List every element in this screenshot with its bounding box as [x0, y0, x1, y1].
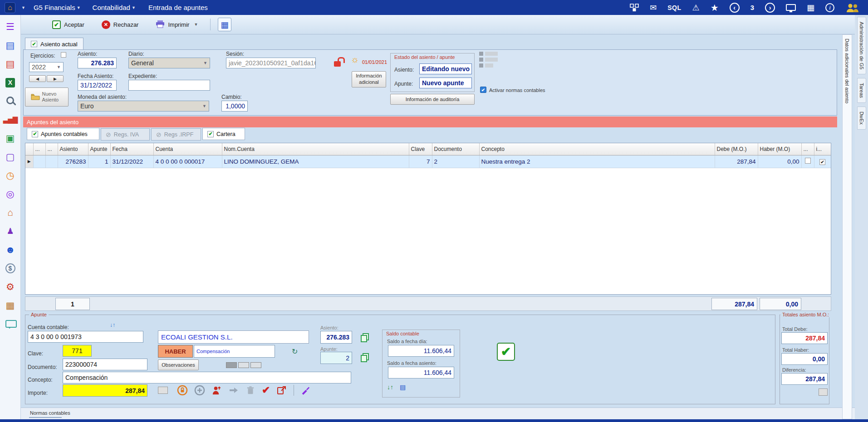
arrow-right-icon[interactable]	[228, 385, 239, 396]
expediente-input[interactable]	[128, 80, 210, 91]
cell-documento[interactable]: 2	[432, 155, 479, 168]
app-menu[interactable]: G5 Financials▼	[30, 4, 84, 11]
cell-apunte[interactable]: 1	[88, 155, 110, 168]
print-button[interactable]: Imprimir ▼	[151, 17, 203, 32]
excel-icon[interactable]: X	[4, 76, 17, 89]
module-menu[interactable]: Contabilidad▼	[89, 4, 139, 11]
nuevo-asiento-button[interactable]: Nuevo Asiento	[25, 87, 69, 107]
settings-gears-icon[interactable]: ⚙	[4, 281, 17, 293]
users-icon[interactable]	[845, 3, 859, 13]
grid-view-icon[interactable]: ▦	[807, 3, 814, 13]
bank-icon[interactable]: ⌂	[4, 206, 17, 219]
ejercicio-next-button[interactable]: ▶	[47, 75, 64, 82]
concepto-input[interactable]: Compensación	[63, 372, 351, 383]
col-i[interactable]: i...	[814, 143, 831, 155]
importe-input[interactable]: 287,84	[63, 384, 147, 397]
search-icon[interactable]	[4, 95, 17, 107]
col-dots3[interactable]: ...	[801, 143, 814, 155]
confirm-check-icon[interactable]: ✔	[262, 384, 270, 396]
saldo-document-icon[interactable]: ▤	[400, 383, 406, 391]
trash-icon[interactable]	[245, 385, 255, 395]
col-asiento[interactable]: Asiento	[58, 143, 88, 155]
mail-icon[interactable]: ✉	[650, 3, 657, 13]
cuenta-contable-input[interactable]: 4 3 0 00 0 001973	[28, 331, 143, 343]
col-documento[interactable]: Documento	[432, 143, 479, 155]
add-circle-icon[interactable]	[194, 385, 205, 396]
ejercicios-select[interactable]: 2022▼	[29, 62, 64, 72]
col-fecha[interactable]: Fecha	[110, 143, 153, 155]
cambio-input[interactable]: 1,0000	[221, 101, 248, 112]
tab-dwex[interactable]: DwEx	[857, 107, 866, 130]
tab-regs-iva[interactable]: ⊘ Regs. IVA	[101, 128, 150, 141]
asiento-input[interactable]: 276.283	[78, 58, 117, 68]
dashboard-monitor-icon[interactable]	[786, 4, 796, 11]
col-apunte[interactable]: Apunte	[88, 143, 110, 155]
ejercicios-checkbox[interactable]	[61, 52, 66, 58]
col-dots2[interactable]: ...	[45, 143, 58, 155]
cell-clave[interactable]: 7	[409, 155, 432, 168]
monitor-icon[interactable]: ▢	[4, 150, 17, 163]
cell-fecha[interactable]: 31/12/2022	[110, 155, 153, 168]
disc-icon[interactable]: ◎	[4, 188, 17, 200]
cell-dots2[interactable]	[45, 155, 58, 168]
bar-chart-icon[interactable]: ▃▅▇	[4, 113, 17, 126]
document-icon[interactable]: ▤	[4, 39, 17, 52]
chat-bubble-icon[interactable]	[4, 318, 17, 330]
copy-apunte-icon[interactable]	[360, 353, 368, 361]
cell-haber[interactable]: 0,00	[758, 155, 801, 168]
grid-layout-button[interactable]: ▦	[218, 18, 231, 31]
ejercicio-prev-button[interactable]: ◀	[29, 75, 46, 82]
cell-cuenta[interactable]: 4 0 0 00 0 000017	[153, 155, 222, 168]
observaciones-button[interactable]: Observaciones	[158, 359, 199, 370]
copy-asiento-icon[interactable]	[360, 333, 368, 341]
normas-contables-status[interactable]: Normas contables	[30, 410, 70, 416]
col-dots1[interactable]: ...	[33, 143, 45, 155]
fecha-asiento-input[interactable]: 31/12/2022	[78, 80, 117, 91]
cell-flag-checked[interactable]: ✔	[814, 155, 831, 168]
tab-regs-irpf[interactable]: ⊘ Regs .IRPF	[151, 128, 201, 141]
user-circle-icon[interactable]: ☻	[4, 243, 17, 256]
col-marker[interactable]	[25, 143, 33, 155]
cell-asiento[interactable]: 276283	[58, 155, 88, 168]
refresh-icon[interactable]: ↻	[292, 347, 298, 356]
saldo-sort-icon[interactable]: ↓↑	[387, 383, 393, 391]
broom-icon[interactable]	[300, 385, 310, 395]
favorites-star-icon[interactable]: ★	[711, 2, 719, 13]
col-cuenta[interactable]: Cuenta	[153, 143, 222, 155]
clock-icon[interactable]: ◷	[4, 169, 17, 182]
tab-tareas[interactable]: Tareas	[857, 78, 866, 103]
accept-button[interactable]: ✔ Aceptar	[47, 18, 89, 32]
informacion-auditoria-button[interactable]: Información de auditoría	[390, 94, 475, 105]
menu-list-icon[interactable]: ☰	[4, 20, 17, 33]
info-icon[interactable]	[825, 3, 834, 12]
clave-input[interactable]: 771	[63, 345, 92, 357]
table-row[interactable]: ▶ 276283 1 31/12/2022 4 0 0 00 0 000017 …	[25, 155, 831, 168]
warning-icon[interactable]: ⚠	[692, 3, 700, 13]
datos-adicionales-strip[interactable]: Datos adicionales del asiento	[842, 34, 852, 419]
currency-icon[interactable]: $	[4, 262, 17, 275]
reject-button[interactable]: ✕ Rechazar	[97, 18, 144, 32]
person-up-icon[interactable]	[211, 385, 222, 396]
row-checkbox-empty[interactable]	[805, 158, 811, 164]
cell-dots1[interactable]	[33, 155, 45, 168]
cell-concepto[interactable]: Nuestra entrega 2	[479, 155, 715, 168]
cell-debe[interactable]: 287,84	[715, 155, 758, 168]
sql-button[interactable]: SQL	[667, 4, 681, 11]
sort-icon[interactable]: ↓↑	[110, 322, 115, 328]
activar-normas-checkbox[interactable]: ✔	[480, 87, 486, 93]
nav-forward-icon[interactable]: ›	[765, 3, 775, 13]
unlocked-padlock-icon[interactable]	[334, 57, 343, 67]
pdf-document-icon[interactable]: ▤	[4, 58, 17, 70]
row-checkbox-checked[interactable]: ✔	[819, 159, 825, 165]
cell-flag-unchecked[interactable]	[801, 155, 814, 168]
export-icon[interactable]	[276, 385, 287, 396]
org-modules-icon[interactable]	[630, 4, 639, 12]
home-caret-icon[interactable]: ▼	[21, 5, 25, 10]
col-debe[interactable]: Debe (M.O.)	[715, 143, 758, 155]
documento-input[interactable]: 223000074	[63, 359, 147, 370]
copy-documents-icon[interactable]: ▣	[4, 132, 17, 145]
home-logo-icon[interactable]: ⌂	[5, 2, 15, 13]
tab-administracion-g5[interactable]: Administración de G5	[857, 17, 866, 74]
lock-circle-icon[interactable]	[177, 385, 188, 396]
col-haber[interactable]: Haber (M.O)	[758, 143, 801, 155]
